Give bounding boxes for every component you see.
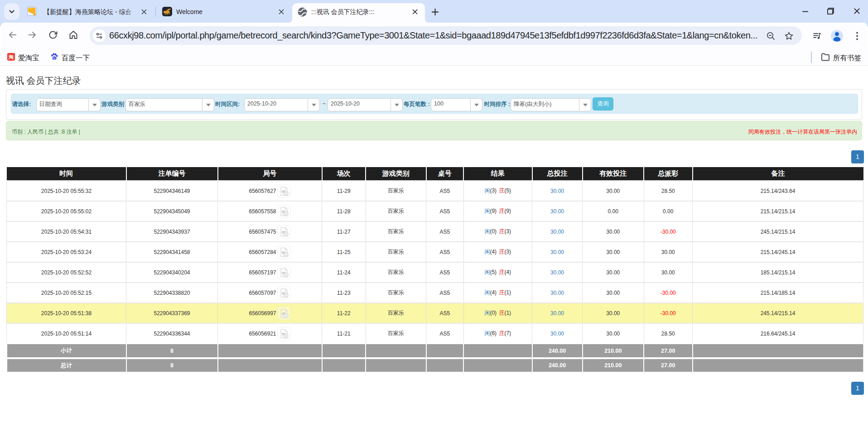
svg-text:du: du: [53, 57, 56, 59]
svg-text:淘: 淘: [8, 54, 14, 60]
